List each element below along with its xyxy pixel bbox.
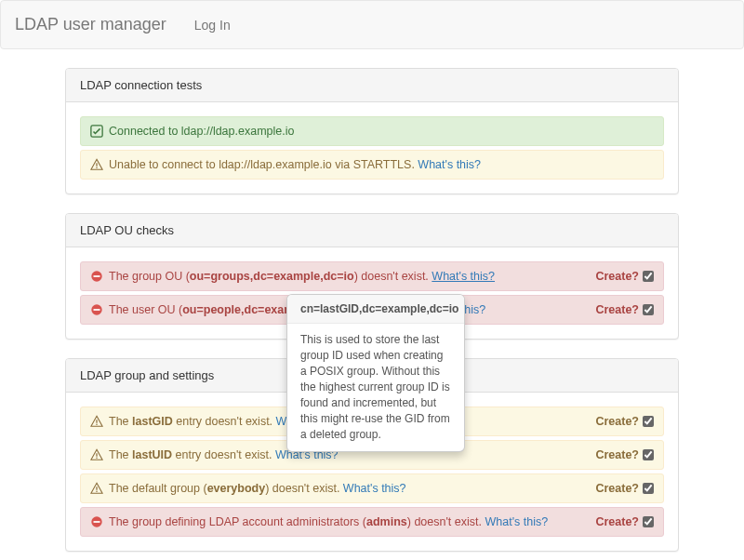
message-text: Unable to connect to ldap://ldap.example…: [109, 158, 654, 171]
create-checkbox[interactable]: [643, 304, 654, 315]
popover-title: cn=lastGID,dc=example,dc=io: [287, 295, 464, 324]
create-toggle[interactable]: Create?: [595, 270, 654, 283]
message-text: Connected to ldap://ldap.example.io: [109, 125, 654, 138]
panel-connection-tests: LDAP connection tests Connected to ldap:…: [65, 68, 679, 194]
create-label: Create?: [595, 515, 639, 528]
error-circle-icon: [90, 270, 103, 283]
create-checkbox[interactable]: [643, 271, 654, 282]
create-toggle[interactable]: Create?: [595, 482, 654, 495]
check-icon: [90, 125, 103, 138]
navbar-brand[interactable]: LDAP user manager: [15, 1, 180, 48]
message-text: The group OU (ou=groups,dc=example,dc=io…: [109, 270, 590, 283]
svg-rect-12: [96, 491, 97, 492]
whats-this-link[interactable]: What's this?: [343, 482, 406, 495]
error-circle-icon: [90, 303, 103, 316]
svg-rect-6: [94, 309, 100, 311]
svg-rect-1: [96, 163, 97, 167]
error-circle-icon: [90, 515, 103, 528]
create-label: Create?: [595, 303, 639, 316]
panel-heading: LDAP OU checks: [66, 214, 678, 247]
svg-rect-11: [96, 487, 97, 490]
message-text: The group defining LDAP account administ…: [109, 515, 590, 528]
panel-heading: LDAP connection tests: [66, 69, 678, 102]
create-label: Create?: [595, 448, 639, 461]
warning-triangle-icon: [90, 482, 103, 495]
svg-rect-14: [94, 521, 100, 523]
create-toggle[interactable]: Create?: [595, 415, 654, 428]
create-toggle[interactable]: Create?: [595, 515, 654, 528]
warning-triangle-icon: [90, 158, 103, 171]
create-toggle[interactable]: Create?: [595, 303, 654, 316]
message-text: The default group (everybody) doesn't ex…: [109, 482, 590, 495]
svg-rect-7: [96, 420, 97, 423]
list-item: The group defining LDAP account administ…: [80, 507, 664, 537]
whats-this-link[interactable]: What's this?: [432, 270, 495, 283]
list-item: The default group (everybody) doesn't ex…: [80, 473, 664, 503]
create-label: Create?: [595, 482, 639, 495]
list-item: Unable to connect to ldap://ldap.example…: [80, 150, 664, 180]
warning-triangle-icon: [90, 448, 103, 461]
whats-this-link[interactable]: What's this?: [485, 515, 548, 528]
create-toggle[interactable]: Create?: [595, 448, 654, 461]
create-checkbox[interactable]: [643, 516, 654, 527]
create-checkbox[interactable]: [643, 483, 654, 494]
warning-triangle-icon: [90, 415, 103, 428]
list-item: Connected to ldap://ldap.example.io: [80, 116, 664, 146]
create-checkbox[interactable]: [643, 449, 654, 460]
svg-rect-4: [94, 275, 100, 277]
login-link[interactable]: Log In: [180, 4, 245, 47]
svg-rect-2: [96, 167, 97, 168]
svg-rect-10: [96, 458, 97, 459]
create-label: Create?: [595, 270, 639, 283]
navbar: LDAP user manager Log In: [0, 0, 744, 49]
conn-list: Connected to ldap://ldap.example.ioUnabl…: [80, 116, 664, 180]
create-label: Create?: [595, 415, 639, 428]
popover-content: This is used to store the last group ID …: [287, 324, 464, 451]
list-item: The group OU (ou=groups,dc=example,dc=io…: [80, 261, 664, 291]
whats-this-link[interactable]: What's this?: [418, 158, 481, 171]
popover-tooltip: cn=lastGID,dc=example,dc=io This is used…: [286, 294, 465, 452]
svg-rect-9: [96, 453, 97, 457]
svg-rect-8: [96, 424, 97, 425]
create-checkbox[interactable]: [643, 416, 654, 427]
